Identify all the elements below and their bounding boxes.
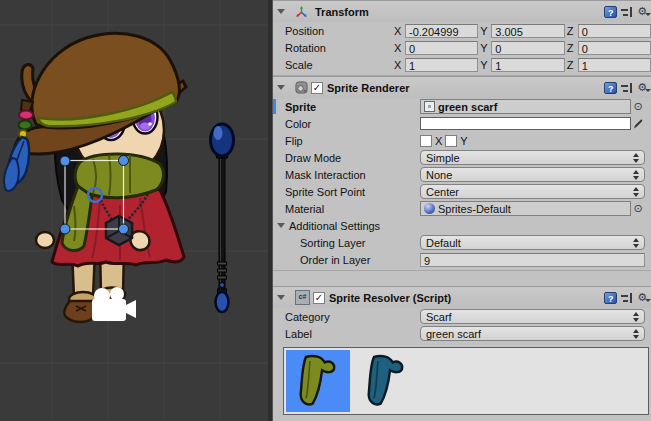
selection-handle-top-left[interactable] — [60, 156, 70, 166]
inspector-panel: Transform ? ⚙ Position X -0.204999 Y 3.0… — [273, 0, 651, 421]
position-label: Position — [285, 25, 394, 37]
axis-z-label: Z — [567, 25, 576, 37]
presets-icon[interactable] — [621, 6, 633, 18]
color-swatch[interactable] — [420, 117, 631, 130]
help-icon[interactable]: ? — [604, 292, 617, 304]
category-dropdown[interactable]: Scarf — [420, 309, 645, 324]
position-y-field[interactable]: 3.005 — [491, 24, 564, 38]
foldout-arrow-icon[interactable] — [277, 85, 285, 90]
sprite-renderer-icon — [295, 81, 308, 94]
eyedropper-icon[interactable] — [631, 117, 645, 130]
gear-menu-icon[interactable]: ⚙ — [637, 82, 647, 93]
additional-settings-row[interactable]: Additional Settings — [273, 217, 651, 234]
scale-row: Scale X 1 Y 1 Z 1 — [273, 56, 651, 73]
axis-y-label: Y — [480, 25, 489, 37]
label-label: Label — [285, 328, 420, 340]
sprite-renderer-component: ✓ Sprite Renderer ? ⚙ Sprite green scarf… — [273, 76, 651, 271]
transform-component: Transform ? ⚙ Position X -0.204999 Y 3.0… — [273, 0, 651, 76]
enabled-checkbox[interactable]: ✓ — [313, 292, 325, 304]
sorting-layer-dropdown[interactable]: Default — [420, 235, 645, 250]
green-scarf-thumbnail — [295, 353, 341, 409]
order-in-layer-field[interactable]: 9 — [420, 253, 645, 267]
dropdown-caret-icon — [629, 312, 639, 322]
color-row: Color — [273, 115, 651, 132]
scene-canvas — [0, 0, 268, 421]
enabled-checkbox[interactable]: ✓ — [311, 82, 323, 94]
mask-interaction-dropdown[interactable]: None — [420, 167, 645, 182]
material-sphere-icon — [424, 203, 435, 214]
rotation-row: Rotation X 0 Y 0 Z 0 — [273, 39, 651, 56]
scene-view[interactable] — [0, 0, 268, 421]
axis-z-label: Z — [567, 59, 576, 71]
rotation-x-field[interactable]: 0 — [405, 41, 478, 55]
sprite-sort-point-label: Sprite Sort Point — [285, 186, 420, 198]
selection-handle-bottom-right[interactable] — [119, 224, 129, 234]
position-x-field[interactable]: -0.204999 — [405, 24, 478, 38]
material-object-field[interactable]: Sprites-Default — [420, 201, 631, 216]
prefab-override-bar — [273, 99, 276, 114]
gear-menu-icon[interactable]: ⚙ — [637, 292, 647, 303]
object-picker-icon[interactable]: ⊙ — [631, 100, 645, 113]
csharp-script-icon: c# — [295, 290, 310, 305]
sprite-sort-point-row: Sprite Sort Point Center — [273, 183, 651, 200]
sprite-resolver-component: c# ✓ Sprite Resolver (Script) ? ⚙ Catego… — [273, 286, 651, 415]
foldout-arrow-icon[interactable] — [277, 223, 285, 228]
sorting-layer-value: Default — [426, 237, 461, 249]
axis-y-label: Y — [480, 42, 489, 54]
mask-interaction-value: None — [426, 169, 452, 181]
material-label: Material — [285, 203, 420, 215]
dropdown-caret-icon — [629, 170, 639, 180]
position-z-field[interactable]: 0 — [578, 24, 651, 38]
help-icon[interactable]: ? — [604, 82, 617, 94]
dropdown-caret-icon — [629, 238, 639, 248]
category-label: Category — [285, 311, 420, 323]
axis-z-label: Z — [567, 42, 576, 54]
category-value: Scarf — [426, 311, 452, 323]
sprite-variant-green-scarf[interactable] — [286, 350, 350, 412]
sprite-thumbnail-icon — [424, 101, 435, 112]
scale-x-field[interactable]: 1 — [405, 58, 478, 72]
sprite-object-field[interactable]: green scarf — [420, 99, 631, 114]
sprite-renderer-header[interactable]: ✓ Sprite Renderer ? ⚙ — [273, 76, 651, 98]
rotation-z-field[interactable]: 0 — [578, 41, 651, 55]
scale-z-field[interactable]: 1 — [578, 58, 651, 72]
unity-editor-window: Transform ? ⚙ Position X -0.204999 Y 3.0… — [0, 0, 651, 421]
sprite-variant-blue-scarf[interactable] — [354, 350, 418, 412]
label-dropdown[interactable]: green scarf — [420, 326, 645, 341]
foldout-arrow-icon[interactable] — [277, 9, 285, 14]
sorting-layer-label: Sorting Layer — [285, 237, 420, 249]
presets-icon[interactable] — [621, 292, 633, 304]
axis-x-label: X — [394, 25, 403, 37]
flip-y-checkbox[interactable] — [445, 135, 457, 147]
selection-handle-top-right[interactable] — [119, 156, 129, 166]
gear-menu-icon[interactable]: ⚙ — [637, 6, 647, 17]
color-label: Color — [285, 118, 420, 130]
sprite-sort-point-value: Center — [426, 186, 459, 198]
object-picker-icon[interactable]: ⊙ — [631, 202, 645, 215]
draw-mode-label: Draw Mode — [285, 152, 420, 164]
component-title: Sprite Resolver (Script) — [329, 292, 451, 304]
material-row: Material Sprites-Default ⊙ — [273, 200, 651, 217]
flip-label: Flip — [285, 135, 420, 147]
presets-icon[interactable] — [621, 82, 633, 94]
transform-header[interactable]: Transform ? ⚙ — [273, 0, 651, 22]
flip-x-checkbox[interactable] — [420, 135, 432, 147]
axis-x-label: X — [394, 59, 403, 71]
mask-interaction-row: Mask Interaction None — [273, 166, 651, 183]
sprite-resolver-header[interactable]: c# ✓ Sprite Resolver (Script) ? ⚙ — [273, 286, 651, 308]
scale-y-field[interactable]: 1 — [491, 58, 564, 72]
help-icon[interactable]: ? — [604, 6, 617, 18]
additional-settings-label: Additional Settings — [289, 220, 380, 232]
axis-y-label: Y — [480, 59, 489, 71]
sprite-value: green scarf — [438, 101, 497, 113]
draw-mode-dropdown[interactable]: Simple — [420, 150, 645, 165]
sprite-row: Sprite green scarf ⊙ — [273, 98, 651, 115]
foldout-arrow-icon[interactable] — [277, 295, 285, 300]
rotation-y-field[interactable]: 0 — [491, 41, 564, 55]
scale-label: Scale — [285, 59, 394, 71]
selection-handle-bottom-left[interactable] — [60, 224, 70, 234]
sprite-variant-list — [283, 347, 649, 415]
material-value: Sprites-Default — [438, 203, 511, 215]
sprite-sort-point-dropdown[interactable]: Center — [420, 184, 645, 199]
order-in-layer-label: Order in Layer — [285, 254, 420, 266]
